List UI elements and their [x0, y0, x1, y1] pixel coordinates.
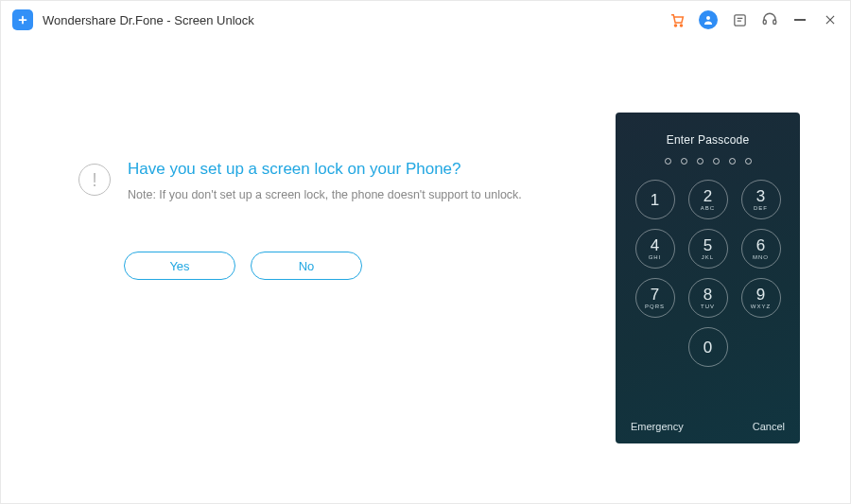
app-title: Wondershare Dr.Fone - Screen Unlock [43, 13, 254, 27]
close-button[interactable] [822, 11, 839, 28]
phone-keypad: 12ABC3DEF4GHI5JKL6MNO7PQRS8TUV9WXYZ0 [616, 180, 800, 367]
titlebar-icons [669, 10, 839, 29]
keypad-letters: MNO [753, 254, 769, 260]
keypad-key-7[interactable]: 7PQRS [635, 278, 675, 318]
no-button[interactable]: No [251, 252, 362, 280]
app-window: Wondershare Dr.Fone - Screen Unlock [0, 0, 851, 504]
keypad-letters: TUV [701, 304, 715, 309]
svg-rect-5 [763, 20, 766, 25]
support-icon[interactable] [761, 11, 778, 28]
prompt-row: ! Have you set up a screen lock on your … [78, 160, 522, 201]
keypad-letters: GHI [649, 254, 662, 260]
keypad-digit: 8 [703, 287, 712, 303]
phone-title: Enter Passcode [616, 133, 800, 147]
keypad-digit: 0 [703, 339, 712, 356]
keypad-digit: 9 [756, 287, 765, 303]
phone-bottom-row: Emergency Cancel [616, 421, 800, 432]
keypad-letters: ABC [701, 205, 715, 211]
feedback-icon[interactable] [731, 11, 748, 28]
prompt-question: Have you set up a screen lock on your Ph… [128, 160, 522, 179]
info-glyph: ! [92, 169, 97, 191]
cart-icon[interactable] [669, 11, 686, 28]
keypad-letters: JKL [702, 254, 714, 260]
keypad-key-1[interactable]: 1 [635, 180, 675, 219]
prompt-note: Note: If you don't set up a screen lock,… [128, 188, 522, 201]
phone-cancel-button[interactable]: Cancel [753, 421, 785, 432]
passcode-dot [713, 158, 720, 165]
keypad-key-0[interactable]: 0 [688, 327, 728, 367]
keypad-key-3[interactable]: 3DEF [741, 180, 781, 219]
keypad-digit: 1 [651, 192, 659, 208]
user-icon[interactable] [699, 10, 718, 29]
keypad-digit: 6 [756, 237, 765, 253]
svg-rect-6 [773, 20, 776, 25]
app-logo-icon [12, 9, 33, 30]
keypad-key-4[interactable]: 4GHI [635, 229, 675, 269]
keypad-digit: 2 [703, 188, 712, 204]
passcode-dot [665, 158, 671, 165]
passcode-dot [745, 158, 752, 165]
passcode-dot [729, 158, 736, 165]
prompt-texts: Have you set up a screen lock on your Ph… [128, 160, 522, 201]
keypad-key-6[interactable]: 6MNO [741, 229, 781, 269]
yes-button[interactable]: Yes [124, 252, 235, 280]
keypad-key-5[interactable]: 5JKL [688, 229, 728, 269]
keypad-letters: PQRS [645, 304, 665, 309]
svg-point-3 [706, 16, 710, 20]
titlebar: Wondershare Dr.Fone - Screen Unlock [1, 1, 850, 39]
phone-emergency-button[interactable]: Emergency [631, 421, 684, 432]
keypad-digit: 3 [756, 188, 765, 204]
svg-rect-4 [734, 14, 744, 25]
keypad-digit: 4 [651, 237, 659, 253]
buttons-row: Yes No [124, 252, 362, 280]
keypad-letters: WXYZ [751, 304, 771, 309]
passcode-dot [681, 158, 687, 165]
keypad-digit: 5 [703, 237, 712, 253]
keypad-key-8[interactable]: 8TUV [688, 278, 728, 318]
keypad-key-2[interactable]: 2ABC [688, 180, 728, 219]
svg-point-1 [674, 25, 676, 26]
keypad-letters: DEF [754, 205, 768, 211]
minimize-button[interactable] [791, 11, 808, 28]
passcode-dot [697, 158, 703, 165]
info-icon: ! [78, 164, 111, 196]
content-area: ! Have you set up a screen lock on your … [1, 39, 850, 503]
keypad-digit: 7 [651, 287, 659, 303]
keypad-key-9[interactable]: 9WXYZ [741, 278, 781, 318]
passcode-dots [616, 158, 800, 165]
svg-point-2 [680, 25, 682, 26]
phone-mockup: Enter Passcode 12ABC3DEF4GHI5JKL6MNO7PQR… [616, 113, 800, 443]
